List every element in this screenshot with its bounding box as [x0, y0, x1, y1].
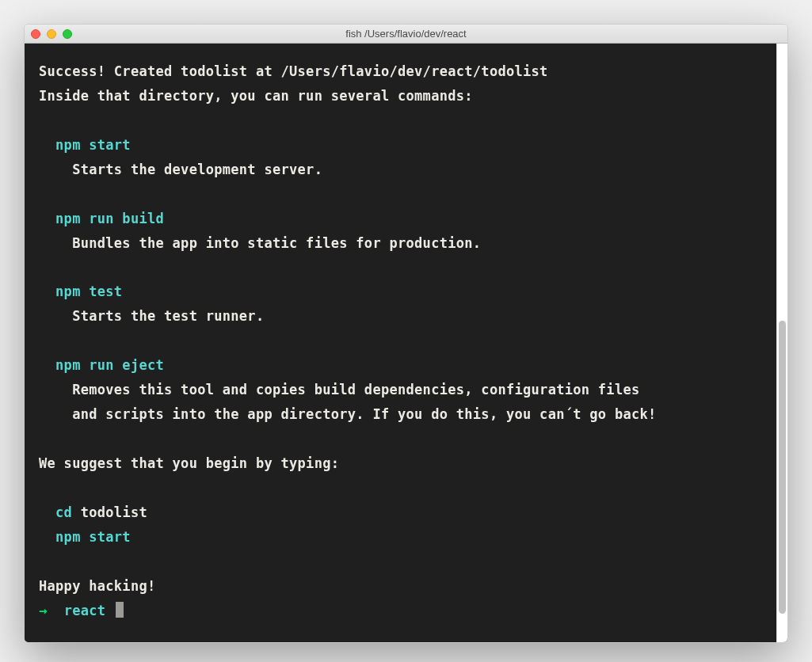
window-title: fish /Users/flavio/dev/react	[25, 28, 787, 40]
start-cmd: npm start	[55, 529, 131, 545]
terminal-body-wrap: Success! Created todolist at /Users/flav…	[25, 44, 787, 642]
success-text: Success! Created todolist at /Users/flav…	[39, 63, 548, 79]
minimize-icon[interactable]	[47, 29, 56, 39]
prompt-arrow-icon: →	[39, 603, 48, 618]
close-icon[interactable]	[31, 29, 40, 39]
window-titlebar[interactable]: fish /Users/flavio/dev/react	[25, 25, 787, 44]
cursor-icon	[116, 602, 124, 618]
inside-text: Inside that directory, you can run sever…	[39, 88, 473, 104]
scrollbar-track[interactable]	[776, 44, 787, 642]
cmd-npm-start: npm start	[55, 137, 131, 153]
cmd-npm-test: npm test	[55, 283, 122, 299]
cd-cmd: cd	[55, 504, 72, 520]
scrollbar-thumb[interactable]	[779, 321, 786, 614]
maximize-icon[interactable]	[63, 29, 72, 39]
happy-text: Happy hacking!	[39, 578, 156, 594]
desc-npm-build: Bundles the app into static files for pr…	[72, 235, 481, 251]
desc-npm-eject-b: and scripts into the app directory. If y…	[72, 406, 656, 422]
terminal-window: fish /Users/flavio/dev/react Success! Cr…	[24, 24, 788, 643]
desc-npm-test: Starts the test runner.	[72, 308, 264, 324]
desc-npm-eject-a: Removes this tool and copies build depen…	[72, 382, 639, 398]
cd-arg: todolist	[81, 504, 147, 520]
suggest-text: We suggest that you begin by typing:	[39, 455, 339, 471]
terminal-output[interactable]: Success! Created todolist at /Users/flav…	[25, 44, 776, 642]
cmd-npm-build: npm run build	[55, 211, 164, 226]
prompt-dir: react	[64, 603, 106, 618]
traffic-lights	[31, 29, 72, 39]
cmd-npm-eject: npm run eject	[55, 357, 164, 373]
desc-npm-start: Starts the development server.	[72, 162, 322, 177]
